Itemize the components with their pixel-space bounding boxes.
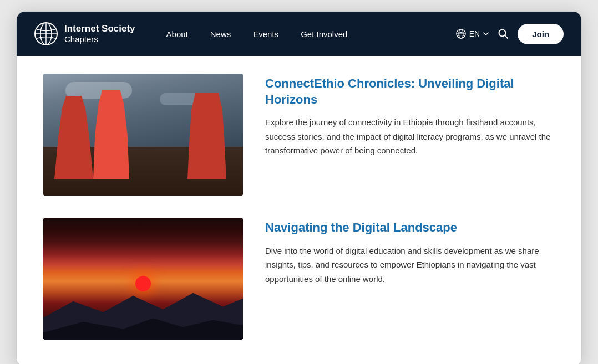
globe-icon (456, 29, 466, 39)
language-selector[interactable]: EN (456, 29, 489, 39)
search-button[interactable] (498, 28, 509, 39)
nav-link-news[interactable]: News (201, 25, 240, 43)
nav-right: EN Join (456, 24, 564, 44)
nav-link-events[interactable]: Events (244, 25, 287, 43)
sunset-image (43, 218, 243, 340)
language-label: EN (469, 29, 480, 38)
article-image-1 (43, 74, 243, 196)
window-frame: Internet Society Chapters About News Eve… (16, 11, 582, 364)
main-content: ConnectEthio Chronicles: Unveiling Digit… (17, 56, 581, 364)
brand-text: Internet Society Chapters (64, 23, 135, 44)
mountains (43, 285, 243, 340)
search-icon (498, 28, 509, 39)
article-desc-1: Explore the journey of connectivity in E… (265, 115, 555, 158)
article-card-1: ConnectEthio Chronicles: Unveiling Digit… (43, 74, 555, 196)
figure-3 (187, 93, 226, 179)
brand-title: Internet Society (64, 23, 135, 34)
join-button[interactable]: Join (518, 24, 564, 44)
brand-logo[interactable]: Internet Society Chapters (34, 22, 135, 45)
article-image-2 (43, 218, 243, 340)
brand-subtitle: Chapters (64, 34, 135, 44)
ethiopia-image (43, 74, 243, 196)
nav-link-about[interactable]: About (158, 25, 197, 43)
article-desc-2: Dive into the world of digital education… (265, 244, 555, 286)
navbar: Internet Society Chapters About News Eve… (17, 12, 581, 56)
nav-links: About News Events Get Involved (158, 25, 456, 43)
figure-2 (93, 90, 129, 179)
chevron-down-icon (483, 32, 489, 36)
article-title-1[interactable]: ConnectEthio Chronicles: Unveiling Digit… (265, 76, 555, 107)
article-content-1: ConnectEthio Chronicles: Unveiling Digit… (265, 74, 555, 158)
article-card-2: Navigating the Digital Landscape Dive in… (43, 218, 555, 340)
nav-link-get-involved[interactable]: Get Involved (292, 25, 356, 43)
svg-line-8 (505, 35, 508, 38)
article-title-2[interactable]: Navigating the Digital Landscape (265, 220, 555, 236)
article-content-2: Navigating the Digital Landscape Dive in… (265, 218, 555, 286)
internet-society-logo-icon (34, 22, 58, 45)
